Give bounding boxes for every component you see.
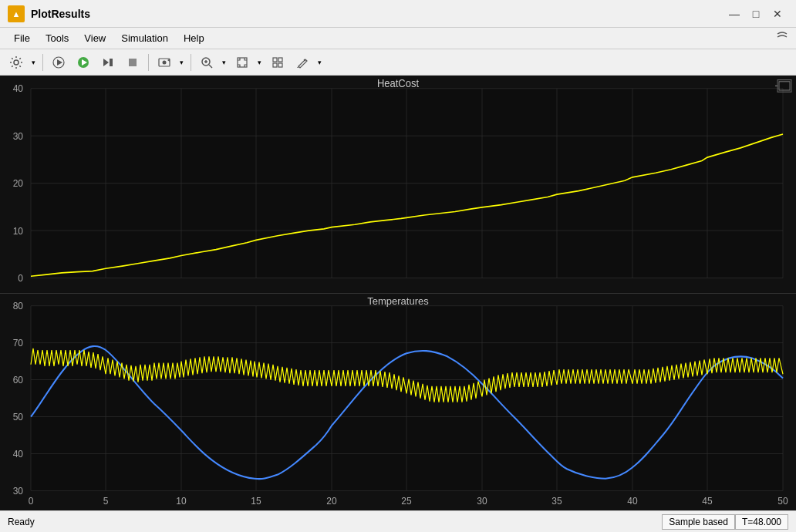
svg-text:40: 40: [627, 495, 638, 506]
svg-point-0: [14, 60, 19, 65]
window-title: PlotResults: [31, 8, 723, 20]
maximize-button[interactable]: □: [745, 5, 767, 23]
svg-text:Temperatures: Temperatures: [367, 295, 429, 306]
svg-rect-7: [129, 59, 137, 66]
menu-icon: [774, 29, 790, 45]
svg-text:40: 40: [13, 448, 24, 459]
pen-group: ▾: [291, 52, 325, 72]
status-right: Sample based T=48.000: [662, 514, 788, 530]
plots-wrapper: 0 10 20 30 40 HeatCost: [0, 76, 796, 510]
pen-button[interactable]: [291, 52, 314, 72]
svg-text:15: 15: [251, 495, 261, 506]
svg-text:40: 40: [13, 82, 23, 95]
layout-button[interactable]: [266, 52, 289, 72]
svg-text:50: 50: [13, 411, 24, 422]
run-all-button[interactable]: [47, 52, 70, 72]
toolbar-separator-2: [148, 54, 149, 71]
svg-text:10: 10: [176, 495, 187, 506]
stop-button[interactable]: [121, 52, 144, 72]
svg-marker-2: [57, 59, 62, 66]
temperatures-chart: 30 40 50 60 70 80 0 5 10 15 20 25 30 35 …: [0, 294, 796, 511]
record-dropdown[interactable]: ▾: [176, 52, 187, 72]
pen-dropdown[interactable]: ▾: [314, 52, 325, 72]
svg-text:20: 20: [326, 495, 337, 506]
svg-text:HeatCost: HeatCost: [377, 77, 419, 89]
menu-file[interactable]: File: [6, 30, 38, 46]
title-bar: ▲ PlotResults — □ ✕: [0, 0, 796, 28]
settings-dropdown[interactable]: ▾: [28, 52, 39, 72]
main-content: 0 10 20 30 40 HeatCost: [0, 76, 796, 510]
svg-text:35: 35: [551, 495, 562, 506]
svg-text:50: 50: [777, 495, 788, 506]
settings-button[interactable]: [5, 52, 28, 72]
zoom-button[interactable]: [195, 52, 218, 72]
toolbar-separator-1: [42, 54, 43, 71]
svg-text:45: 45: [702, 495, 713, 506]
svg-point-9: [163, 60, 167, 64]
svg-rect-49: [31, 305, 783, 490]
menu-help[interactable]: Help: [176, 30, 212, 46]
status-bar: Ready Sample based T=48.000: [0, 510, 796, 532]
svg-rect-15: [238, 58, 247, 67]
svg-text:80: 80: [13, 300, 24, 311]
toolbar-separator-3: [191, 54, 191, 71]
zoom-dropdown[interactable]: ▾: [218, 52, 229, 72]
svg-text:0: 0: [29, 495, 34, 506]
toolbar: ▾ ▾ ▾ ▾: [0, 49, 796, 76]
record-button[interactable]: [153, 52, 176, 72]
sample-based-badge: Sample based: [662, 514, 735, 530]
time-badge: T=48.000: [735, 514, 788, 530]
svg-text:5: 5: [103, 495, 109, 506]
record-group: ▾: [153, 52, 187, 72]
svg-text:25: 25: [401, 495, 412, 506]
svg-rect-16: [273, 58, 277, 62]
zoom-group: ▾: [195, 52, 229, 72]
svg-text:30: 30: [13, 485, 24, 496]
svg-text:30: 30: [477, 495, 487, 506]
temperatures-panel: 30 40 50 60 70 80 0 5 10 15 20 25 30 35 …: [0, 294, 796, 511]
svg-rect-6: [110, 59, 113, 66]
fit-button[interactable]: [231, 52, 254, 72]
menu-tools[interactable]: Tools: [38, 30, 76, 46]
svg-text:60: 60: [13, 374, 24, 385]
svg-text:10: 10: [13, 224, 23, 237]
heatcost-chart: 0 10 20 30 40 HeatCost: [0, 76, 796, 293]
svg-text:20: 20: [13, 177, 23, 189]
heatcost-panel: 0 10 20 30 40 HeatCost: [0, 76, 796, 294]
close-button[interactable]: ✕: [767, 5, 788, 23]
svg-text:0: 0: [18, 271, 23, 284]
step-forward-button[interactable]: [96, 52, 120, 72]
svg-text:70: 70: [13, 337, 24, 348]
minimize-button[interactable]: —: [723, 5, 745, 23]
status-ready: Ready: [8, 517, 662, 527]
fit-group: ▾: [231, 52, 265, 72]
svg-rect-18: [273, 63, 277, 67]
app-icon: ▲: [8, 5, 25, 22]
fit-dropdown[interactable]: ▾: [254, 52, 265, 72]
svg-rect-17: [278, 58, 282, 62]
svg-text:30: 30: [13, 130, 23, 142]
menu-bar: File Tools View Simulation Help: [0, 28, 796, 49]
settings-group: ▾: [5, 52, 39, 72]
menu-view[interactable]: View: [76, 30, 113, 46]
run-button[interactable]: [72, 52, 95, 72]
svg-line-12: [209, 65, 212, 68]
svg-marker-5: [103, 59, 109, 66]
svg-rect-19: [278, 63, 282, 67]
menu-simulation[interactable]: Simulation: [113, 30, 176, 46]
